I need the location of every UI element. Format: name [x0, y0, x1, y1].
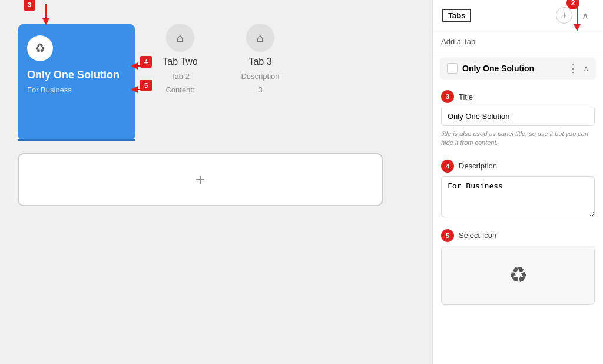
- title-badge: 3: [441, 90, 454, 103]
- arrow-4-svg: [131, 60, 152, 72]
- main-wrapper: 3 ♻ Only One Solution For Business 4: [0, 0, 432, 364]
- tab-three-sub2: 3: [258, 85, 262, 94]
- tab-card-active[interactable]: ♻ Only One Solution For Business 4 5: [18, 24, 135, 141]
- add-content-button[interactable]: +: [18, 153, 383, 206]
- tab-item-chevron-icon[interactable]: ∧: [583, 64, 589, 73]
- add-tab-row: Add a Tab: [433, 31, 603, 52]
- tab-two-sub1: Tab 2: [171, 72, 190, 81]
- tab-three-title: Tab 3: [249, 57, 271, 67]
- icon-section: 5 Select Icon ♻: [433, 223, 603, 310]
- tab-three-icon: ⌂: [246, 24, 274, 52]
- description-section: 4 Description For Business: [433, 154, 603, 223]
- active-tab-desc: For Business: [27, 85, 72, 94]
- icon-section-row: 5 Select Icon: [441, 229, 595, 242]
- active-tab-title: Only One Solution: [27, 68, 120, 82]
- tab-item-checkbox[interactable]: [447, 63, 458, 74]
- description-textarea[interactable]: For Business: [441, 176, 595, 217]
- right-panel: Tabs 2 + ∧ Add a Tab Only One Solution ⋮…: [432, 0, 603, 364]
- icon-badge: 5: [441, 229, 454, 242]
- tab-card-three[interactable]: ⌂ Tab 3 Description 3: [225, 24, 296, 94]
- title-label: Title: [459, 92, 473, 101]
- arrow-2-svg: [548, 4, 595, 34]
- icon-preview-box[interactable]: ♻: [441, 246, 595, 305]
- title-section-row: 3 Title: [441, 90, 595, 103]
- title-hint: title is also used as panel title, so us…: [441, 130, 595, 148]
- tab-item-row: Only One Solution ⋮ ∧: [440, 57, 596, 80]
- tab-two-sub2: Content:: [165, 85, 194, 94]
- desc-badge: 4: [441, 160, 454, 173]
- tab-three-sub1: Description: [241, 72, 279, 81]
- desc-section-row: 4 Description: [441, 160, 595, 173]
- main-area: 3 ♻ Only One Solution For Business 4: [0, 0, 432, 230]
- tab-two-title: Tab Two: [163, 57, 197, 67]
- title-input[interactable]: [441, 107, 595, 126]
- recycle-icon: ♻: [35, 41, 45, 55]
- add-tab-label: Add a Tab: [441, 37, 475, 46]
- panel-title: Tabs: [442, 9, 471, 22]
- desc-label: Description: [459, 161, 497, 170]
- title-section: 3 Title title is also used as panel titl…: [433, 84, 603, 154]
- icon-preview: ♻: [509, 263, 528, 287]
- add-content-icon: +: [196, 170, 205, 189]
- tab-two-icon: ⌂: [166, 24, 194, 52]
- tab-item-label: Only One Solution: [462, 64, 563, 73]
- arrow-5-svg: [131, 84, 152, 95]
- arrow-3-svg: [28, 1, 64, 25]
- tab-card-two[interactable]: ⌂ Tab Two Tab 2 Content:: [145, 24, 216, 94]
- tab-icon-circle: ♻: [27, 35, 53, 61]
- icon-label: Select Icon: [459, 231, 496, 240]
- tab-item-dots-icon[interactable]: ⋮: [568, 62, 578, 75]
